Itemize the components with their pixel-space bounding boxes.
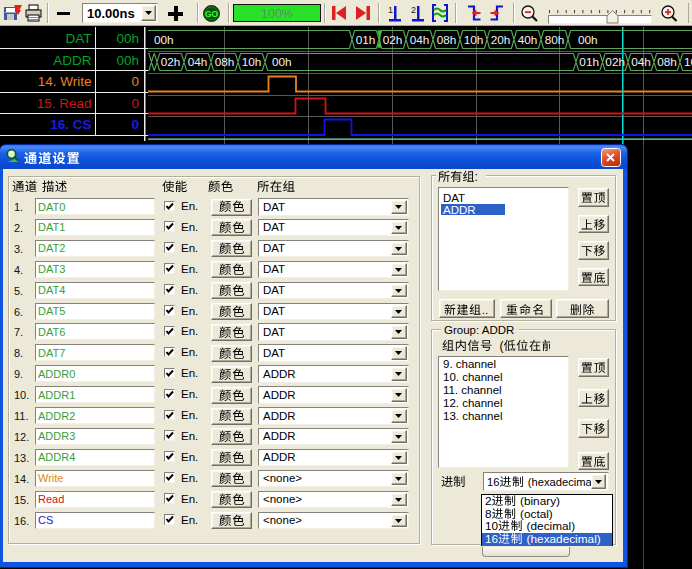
svg-text:40h: 40h <box>518 33 538 47</box>
svg-text:16: 16 <box>485 532 499 546</box>
svg-text:0: 0 <box>131 96 139 111</box>
svg-text:10h: 10h <box>684 55 692 69</box>
svg-text:08h: 08h <box>215 55 235 69</box>
svg-text:(: ( <box>499 339 503 353</box>
svg-text:(hexadecimal: (hexadecimal <box>528 476 591 488</box>
svg-text:..: .. <box>481 303 488 317</box>
svg-text:00h: 00h <box>578 33 598 47</box>
svg-text:0: 0 <box>131 117 139 132</box>
svg-text:15. Read: 15. Read <box>37 96 92 111</box>
svg-text:04h: 04h <box>631 55 651 69</box>
svg-text:ADDR: ADDR <box>53 53 92 68</box>
svg-text:00h: 00h <box>154 33 174 47</box>
svg-text:02h: 02h <box>161 55 181 69</box>
svg-text:01h: 01h <box>356 33 376 47</box>
svg-text::: : <box>475 170 478 184</box>
svg-text:02h: 02h <box>383 33 403 47</box>
svg-text:(hexadecimal): (hexadecimal) <box>526 532 600 546</box>
svg-text:08h: 08h <box>437 33 457 47</box>
svg-text:1: 1 <box>388 5 393 15</box>
svg-text:GO: GO <box>205 9 219 19</box>
svg-text:14. Write: 14. Write <box>38 74 92 89</box>
svg-text:2: 2 <box>411 5 416 15</box>
svg-text:01h: 01h <box>579 55 599 69</box>
svg-text:10h: 10h <box>464 33 484 47</box>
svg-text:DAT: DAT <box>66 31 92 46</box>
svg-text:08h: 08h <box>657 55 677 69</box>
svg-text:20h: 20h <box>491 33 511 47</box>
svg-text:10h: 10h <box>242 55 262 69</box>
svg-text:0: 0 <box>131 74 139 89</box>
svg-text:16. CS: 16. CS <box>50 117 91 132</box>
svg-text:80h: 80h <box>545 33 565 47</box>
svg-text:00h: 00h <box>116 53 139 68</box>
svg-text:00h: 00h <box>272 55 292 69</box>
svg-text:16: 16 <box>487 476 499 488</box>
svg-text:00h: 00h <box>116 31 139 46</box>
svg-text:04h: 04h <box>188 55 208 69</box>
svg-text:02h: 02h <box>605 55 625 69</box>
svg-text:04h: 04h <box>410 33 430 47</box>
